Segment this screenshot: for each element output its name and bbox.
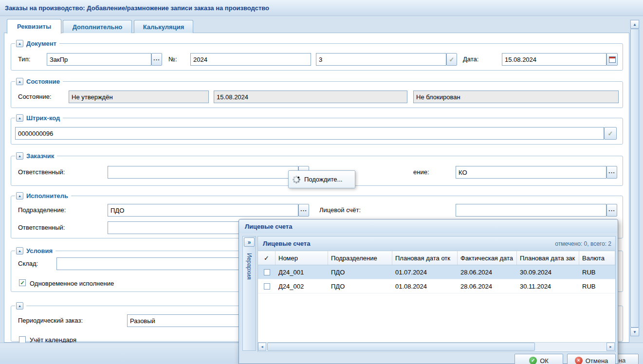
accounts-table: ✓ Номер Подразделение Плановая дата отк … — [258, 251, 615, 293]
executor-department-label: Подразделение: — [18, 206, 66, 214]
cell-plan-close: 30.09.2024 — [517, 265, 579, 279]
column-plan-close[interactable]: Плановая дата зак — [517, 251, 579, 265]
customer-department-browse-button[interactable]: ... — [606, 166, 617, 179]
group-barcode-title: Штрих-код — [26, 114, 60, 122]
collapse-barcode-button[interactable]: ▲ — [16, 114, 23, 122]
ellipsis-icon: ... — [608, 167, 615, 175]
cell-fact-date: 28.06.2024 — [458, 279, 517, 293]
dialog-titlebar: Лицевые счета — [239, 219, 618, 233]
dialog-cancel-button[interactable]: × Отмена — [567, 354, 616, 364]
group-document-title: Документ — [26, 40, 56, 47]
ellipsis-icon: ... — [300, 205, 307, 213]
collapse-customer-button[interactable]: ▲ — [16, 152, 23, 160]
cell-currency: RUB — [579, 265, 615, 279]
state-status-field: Не утверждён — [69, 91, 209, 103]
cell-plan-open: 01.08.2024 — [392, 279, 458, 293]
chevrons-right-icon: » — [248, 239, 251, 246]
cell-fact-date: 28.06.2024 — [458, 265, 517, 279]
spinner-icon — [293, 176, 300, 183]
executor-department-input[interactable]: ПДО — [108, 204, 298, 217]
cell-plan-close: 30.11.2024 — [517, 279, 579, 293]
arrow-left-icon: ◄ — [260, 345, 264, 348]
collapse-conditions-button[interactable]: ▲ — [16, 247, 23, 255]
row-checkbox[interactable] — [264, 269, 270, 275]
group-state-title: Состояние — [26, 78, 60, 85]
executor-department-browse-button[interactable]: ... — [298, 204, 309, 217]
column-department[interactable]: Подразделение — [328, 251, 392, 265]
tab-label: Калькуляция — [143, 23, 184, 31]
state-label: Состояние: — [18, 93, 51, 100]
collapse-document-button[interactable]: ▲ — [16, 40, 23, 47]
cancel-icon: × — [575, 357, 583, 364]
warehouse-label: Склад: — [18, 260, 38, 267]
accounts-panel-title: Лицевые счета — [263, 240, 310, 247]
ok-label: ОК — [540, 357, 549, 364]
number-input[interactable]: 2024 — [190, 53, 311, 66]
scroll-down-button[interactable]: ▼ — [630, 328, 639, 336]
column-number[interactable]: Номер — [276, 251, 328, 265]
accounts-dialog: Лицевые счета » Иерархия Лицевые счета о… — [239, 219, 618, 364]
calendar-icon — [609, 56, 616, 63]
collapse-executor-button[interactable]: ▲ — [16, 192, 23, 200]
scroll-right-button[interactable]: ► — [606, 343, 615, 351]
arrow-down-icon: ▼ — [633, 330, 637, 334]
table-row[interactable]: Д24_001 ПДО 01.07.2024 28.06.2024 30.09.… — [258, 265, 615, 279]
barcode-verify-button[interactable]: ✓ — [604, 127, 617, 140]
calendar-checkbox[interactable] — [19, 336, 26, 343]
ok-icon: ✓ — [529, 357, 537, 364]
scroll-up-button[interactable]: ▲ — [630, 20, 639, 29]
column-plan-open[interactable]: Плановая дата отк — [392, 251, 458, 265]
table-horizontal-scrollbar[interactable]: ◄ ► — [258, 342, 615, 351]
check-icon: ✓ — [20, 280, 24, 286]
date-label: Дата: — [463, 55, 478, 63]
tab-additional[interactable]: Дополнительно — [63, 20, 132, 33]
horizontal-scrollbar-thumb[interactable] — [267, 343, 535, 351]
tab-calculation[interactable]: Калькуляция — [134, 20, 193, 33]
number2-input[interactable]: 3 — [316, 53, 446, 66]
barcode-input[interactable]: 0000000096 — [15, 127, 604, 140]
cell-number: Д24_001 — [276, 265, 328, 279]
vertical-scrollbar-thumb[interactable] — [630, 29, 639, 328]
periodic-input[interactable]: Разовый — [127, 314, 254, 327]
window-title: Заказы на производство: Добавление/размн… — [5, 4, 269, 12]
dialog-ok-button[interactable]: ✓ ОК — [514, 354, 563, 364]
state-block-field: Не блокирован — [413, 91, 619, 103]
table-row[interactable]: Д24_002 ПДО 01.08.2024 28.06.2024 30.11.… — [258, 279, 615, 293]
type-browse-button[interactable]: ... — [151, 53, 162, 66]
simultaneous-checkbox[interactable]: ✓ — [19, 279, 26, 286]
group-document: ▲ Документ Тип: ЗакПр ... №: 2024 3 ✓ Да… — [11, 43, 623, 71]
tab-label: Дополнительно — [73, 23, 123, 31]
wait-popup: Подождите... — [288, 170, 355, 188]
main-vertical-scrollbar[interactable]: ▲ ▼ — [630, 19, 640, 336]
collapse-icon: ▲ — [18, 116, 21, 120]
collapse-icon: ▲ — [18, 249, 21, 253]
column-fact-date[interactable]: Фактическая дата — [458, 251, 517, 265]
tab-requisites[interactable]: Реквизиты — [7, 19, 61, 34]
executor-account-browse-button[interactable]: ... — [606, 204, 617, 217]
number-label: №: — [168, 55, 177, 63]
date-picker-button[interactable] — [606, 53, 618, 66]
simultaneous-label: Одновременное исполнение — [30, 280, 114, 287]
executor-responsible-label: Ответственный: — [18, 224, 65, 231]
accounts-summary: отмечено: 0, всего: 2 — [555, 240, 611, 247]
column-check[interactable]: ✓ — [258, 251, 276, 265]
scroll-left-button[interactable]: ◄ — [258, 343, 266, 351]
executor-account-input[interactable] — [456, 204, 606, 217]
number-verify-button[interactable]: ✓ — [446, 53, 457, 66]
column-currency[interactable]: Валюта — [579, 251, 615, 265]
expand-hierarchy-button[interactable]: » — [244, 237, 255, 247]
collapse-state-button[interactable]: ▲ — [16, 78, 23, 85]
customer-responsible-input[interactable] — [108, 166, 298, 179]
dialog-title: Лицевые счета — [245, 223, 292, 230]
row-checkbox[interactable] — [264, 283, 270, 290]
collapse-periodic-button[interactable]: ▲ — [16, 302, 23, 309]
group-executor-title: Исполнитель — [26, 192, 68, 200]
collapse-icon: ▲ — [18, 194, 21, 198]
date-input[interactable]: 15.08.2024 — [502, 53, 606, 66]
ellipsis-icon: ... — [608, 205, 615, 213]
type-input[interactable]: ЗакПр — [47, 53, 151, 66]
customer-department-input[interactable]: КО — [456, 166, 606, 179]
window-titlebar: Заказы на производство: Добавление/размн… — [0, 0, 643, 16]
table-header-row: ✓ Номер Подразделение Плановая дата отк … — [258, 251, 615, 265]
collapse-icon: ▲ — [18, 304, 21, 308]
